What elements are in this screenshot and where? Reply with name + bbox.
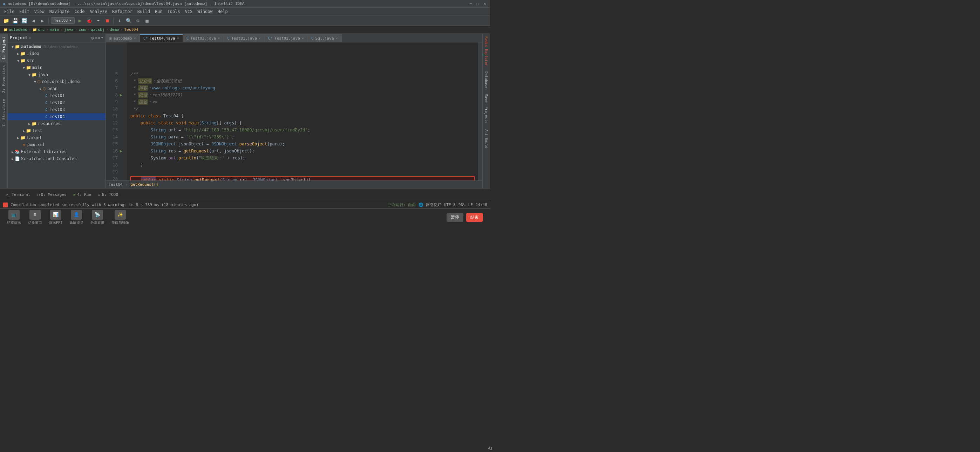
breadcrumb-qzcsbj[interactable]: qzcsbj (91, 27, 105, 32)
tree-item-test01[interactable]: C Test01 (8, 92, 105, 99)
bottom-tab-terminal[interactable]: >_ Terminal (3, 191, 33, 198)
close-sql-tab[interactable]: × (336, 37, 338, 40)
forward-btn[interactable]: ▶ (38, 17, 46, 24)
minimize-button[interactable]: ─ (468, 2, 473, 6)
right-tab-database[interactable]: Database (483, 69, 489, 91)
coverage-btn[interactable]: ☂ (94, 17, 102, 24)
pause-button[interactable]: 暂停 (447, 213, 463, 222)
breadcrumb-main[interactable]: main (50, 27, 59, 32)
tab-test01[interactable]: C Test01.java × (224, 34, 265, 42)
search-btn[interactable]: 🔍 (125, 17, 132, 24)
action-demo-ppt[interactable]: 📊 演示PPT (49, 210, 62, 225)
close-autodemo-tab[interactable]: × (134, 37, 136, 40)
locate-icon[interactable]: ◎ (91, 35, 94, 40)
settings-btn[interactable]: ⚙ (134, 17, 142, 24)
tree-item-scratches[interactable]: ▶ 📄 Scratches and Consoles (8, 155, 105, 162)
menu-window[interactable]: Window (195, 8, 215, 15)
code-line-15: JSONObject jsonObject = JSONObject . par… (130, 140, 474, 148)
breadcrumb-java[interactable]: java (64, 27, 73, 32)
sync-btn[interactable]: 🔄 (20, 17, 28, 24)
back-btn[interactable]: ◀ (29, 17, 37, 24)
tree-item-package[interactable]: ▼ ⬡ com.qzcsbj.demo (8, 78, 105, 85)
gutter: ▶ ▶ (120, 42, 127, 180)
open-folder-btn[interactable]: 📁 (2, 17, 10, 24)
sidebar-tab-favorites[interactable]: 2: Favorites (0, 62, 7, 95)
sdk-btn[interactable]: ⬇ (116, 17, 123, 24)
gutter-run-arrow[interactable]: ▶ (120, 92, 123, 97)
action-switch-window[interactable]: ⊞ 切换窗口 (28, 210, 42, 225)
tab-test02[interactable]: C* Test02.java × (265, 34, 308, 42)
run-config-selector[interactable]: Test03 ▾ (51, 17, 75, 24)
menu-view[interactable]: View (32, 8, 47, 15)
menu-navigate[interactable]: Navigate (47, 8, 72, 15)
tab-sql[interactable]: C Sql.java × (308, 34, 342, 42)
menu-tools[interactable]: Tools (165, 8, 182, 15)
code-line-blank1 (130, 42, 474, 49)
tree-item-target[interactable]: ▶ 📁 target (8, 134, 105, 141)
tab-test04[interactable]: C* Test04.java × (140, 34, 183, 42)
action-beauty[interactable]: ✨ 美颜与镜像 (111, 210, 129, 225)
breadcrumb-src[interactable]: 📁 src (33, 27, 45, 32)
tree-item-autodemo[interactable]: ▼ 📁 autodemo D:\demo\autodemo (8, 43, 105, 50)
end-button[interactable]: 结束 (466, 213, 483, 222)
tree-item-java[interactable]: ▼ 📁 java (8, 71, 105, 78)
close-test03-tab[interactable]: × (218, 37, 220, 40)
settings-icon[interactable]: ⚙ (98, 35, 100, 40)
action-share-live[interactable]: 📡 分享直播 (91, 210, 105, 225)
close-test02-tab[interactable]: × (302, 37, 304, 40)
menu-build[interactable]: Build (135, 8, 152, 15)
gutter-run-arrow-2[interactable]: ▶ (120, 148, 123, 153)
menu-run[interactable]: Run (153, 8, 165, 15)
menu-refactor[interactable]: Refactor (110, 8, 135, 15)
pom-icon: m (23, 143, 25, 147)
menu-analyze[interactable]: Analyze (87, 8, 109, 15)
bottom-tab-run[interactable]: ▶ 4: Run (71, 191, 94, 198)
tree-item-test02[interactable]: C Test02 (8, 99, 105, 106)
action-invite-member[interactable]: 👤 邀请成员 (69, 210, 83, 225)
tree-item-main[interactable]: ▼ 📁 main (8, 64, 105, 71)
close-button[interactable]: ✕ (482, 2, 487, 6)
right-tab-ant[interactable]: Ant Build (483, 126, 489, 151)
sidebar-tab-project[interactable]: 1: Project (0, 33, 7, 62)
tree-item-test04[interactable]: C Test04 (8, 113, 105, 120)
tree-item-pom[interactable]: m pom.xml (8, 141, 105, 148)
action-end-demo[interactable]: 📺 结束演示 (7, 210, 21, 225)
panel-gear-icon[interactable]: ▾ (101, 35, 103, 40)
tree-item-resources[interactable]: ▶ 📁 resources (8, 120, 105, 127)
editor-scrollbar[interactable] (478, 42, 482, 180)
menu-vcs[interactable]: VCS (183, 8, 195, 15)
right-tab-redis[interactable]: Redis Explorer (483, 33, 489, 69)
maximize-button[interactable]: □ (475, 2, 480, 6)
save-btn[interactable]: 💾 (11, 17, 19, 24)
menu-help[interactable]: Help (216, 8, 230, 15)
code-line-11: public class Test04 { (130, 113, 474, 119)
breadcrumb-demo[interactable]: demo (110, 27, 119, 32)
breadcrumb-autodemo[interactable]: 📁 autodemo (3, 27, 27, 32)
menu-edit[interactable]: Edit (17, 8, 32, 15)
tree-item-idea[interactable]: ▶ 📁 .idea (8, 50, 105, 57)
close-test04-tab[interactable]: × (177, 37, 179, 40)
tree-item-test[interactable]: ▶ 📁 test (8, 127, 105, 134)
menu-code[interactable]: Code (73, 8, 87, 15)
collapse-icon[interactable]: ≡ (94, 35, 97, 40)
tree-item-external-libs[interactable]: ▶ 📚 External Libraries (8, 148, 105, 155)
debug-button[interactable]: 🐞 (85, 17, 93, 24)
bottom-tab-todo[interactable]: ☑ 6: TODO (95, 191, 121, 198)
tree-item-src[interactable]: ▼ 📁 src (8, 57, 105, 64)
close-test01-tab[interactable]: × (259, 37, 261, 40)
layout-btn[interactable]: ▦ (143, 17, 151, 24)
tree-item-test03[interactable]: C Test03 (8, 106, 105, 113)
tab-autodemo[interactable]: m autodemo × (106, 34, 140, 42)
test01-tab-icon: C (227, 36, 229, 41)
run-button[interactable]: ▶ (76, 17, 84, 24)
tree-item-bean[interactable]: ▶ ⬡ bean (8, 85, 105, 92)
menu-file[interactable]: File (2, 8, 16, 15)
sidebar-tab-structure[interactable]: 7: Structure (0, 96, 7, 129)
stop-btn[interactable]: ⏹ (103, 17, 111, 24)
right-tab-maven[interactable]: Maven Projects (483, 91, 489, 126)
breadcrumb-com[interactable]: com (78, 27, 86, 32)
code-content[interactable]: /** * 公众号：全栈测试笔记 * 博客：www.cnblogs.com/un… (127, 42, 478, 180)
breadcrumb-test04[interactable]: Test04 (124, 27, 138, 32)
tab-test03[interactable]: C Test03.java × (183, 34, 224, 42)
bottom-tab-messages[interactable]: □ 0: Messages (34, 191, 69, 198)
